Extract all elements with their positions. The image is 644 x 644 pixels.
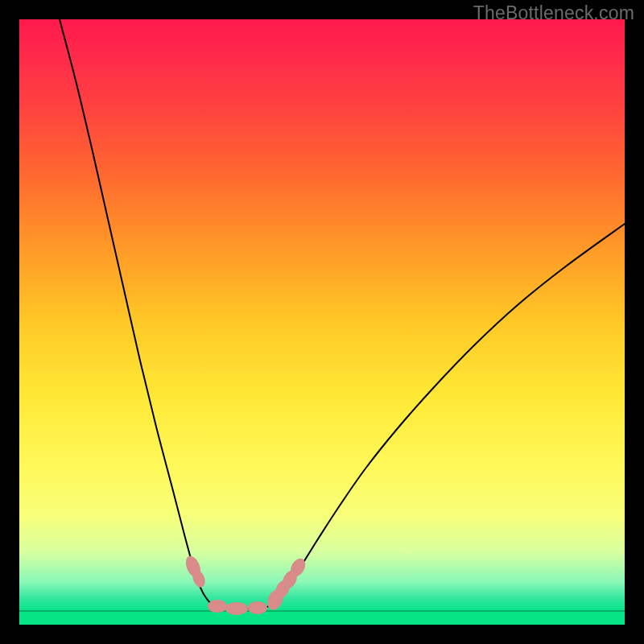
chart-frame: TheBottleneck.com <box>0 0 644 644</box>
marker-blob <box>248 601 267 614</box>
bottleneck-curve <box>60 19 625 609</box>
marker-blob <box>225 602 248 615</box>
curve-svg <box>19 19 625 625</box>
plot-area <box>19 19 625 625</box>
marker-blob <box>208 600 227 613</box>
